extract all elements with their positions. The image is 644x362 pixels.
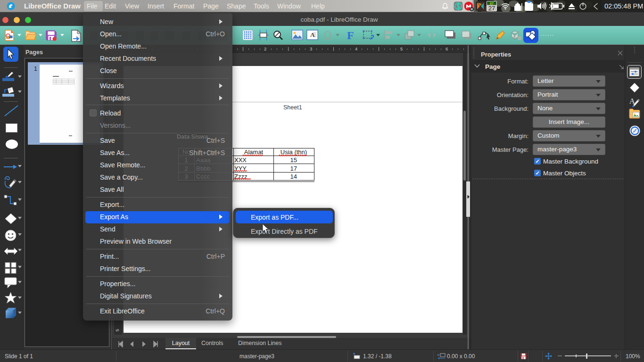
svg-text:14: 14 <box>290 173 297 180</box>
svg-text:15: 15 <box>290 156 297 164</box>
svg-text:2: 2 <box>184 165 188 172</box>
svg-text:F: F <box>347 30 354 41</box>
svg-text:Bbbb: Bbbb <box>196 165 210 172</box>
svg-text:17: 17 <box>290 165 297 172</box>
svg-text:XXX: XXX <box>234 156 247 164</box>
svg-text:Cccc: Cccc <box>196 173 210 180</box>
svg-text:3: 3 <box>184 173 188 180</box>
svg-text:1: 1 <box>184 156 188 164</box>
svg-text:27: 27 <box>488 5 495 12</box>
svg-text:Aaaa: Aaaa <box>196 156 211 164</box>
